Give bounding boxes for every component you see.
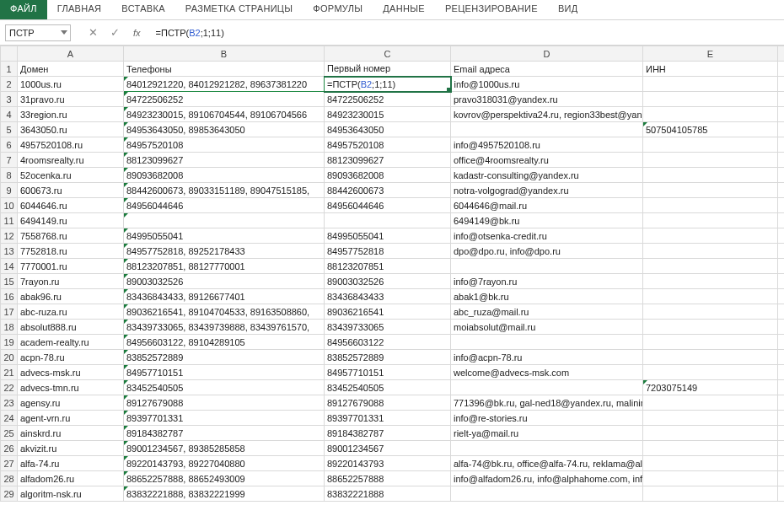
row-header[interactable]: 1 <box>1 62 18 77</box>
accept-icon[interactable]: ✓ <box>108 26 121 39</box>
spreadsheet-grid[interactable]: A B C D E 1 Домен Телефоны Первый номер … <box>0 46 784 532</box>
cell[interactable] <box>643 395 778 411</box>
row-header[interactable]: 28 <box>1 471 18 486</box>
cell-active[interactable]: 89397701331 <box>325 411 451 426</box>
tab-page-layout[interactable]: РАЗМЕТКА СТРАНИЦЫ <box>175 0 303 19</box>
cell[interactable] <box>643 289 778 304</box>
cell[interactable]: 84957710151 <box>124 365 325 380</box>
cell-active[interactable]: 83436843433 <box>325 289 451 304</box>
chevron-down-icon[interactable] <box>61 30 67 35</box>
cell[interactable]: 89001234567, 89385285858 <box>124 441 325 456</box>
cell[interactable] <box>778 92 785 107</box>
cell[interactable] <box>778 411 785 426</box>
cell[interactable] <box>778 441 785 456</box>
cell[interactable] <box>778 426 785 441</box>
cell[interactable] <box>778 213 785 228</box>
cell[interactable]: 83439733065, 83439739888, 83439761570, <box>124 320 325 335</box>
cell[interactable] <box>643 471 778 486</box>
formula-input[interactable]: =ПСТР(B2;1;11) <box>156 28 224 38</box>
cell[interactable]: 88442600673, 89033151189, 89047515185, <box>124 183 325 198</box>
cell[interactable]: 1000us.ru <box>18 77 124 92</box>
cell[interactable]: 89003032526 <box>124 274 325 289</box>
cell[interactable]: notra-volgograd@yandex.ru <box>451 183 643 198</box>
tab-formulas[interactable]: ФОРМУЛЫ <box>303 0 373 19</box>
col-C[interactable]: C <box>325 46 451 62</box>
cell[interactable]: ИНН <box>643 62 778 77</box>
row-header[interactable]: 27 <box>1 456 18 471</box>
cell[interactable]: 6494149.ru <box>18 213 124 228</box>
cell[interactable]: 89184382787 <box>124 426 325 441</box>
row-header[interactable]: 14 <box>1 259 18 274</box>
cell[interactable]: 89093682008 <box>124 168 325 183</box>
cell[interactable]: 4roomsrealty.ru <box>18 153 124 168</box>
cell-active[interactable]: 84956044646 <box>325 198 451 213</box>
fx-icon[interactable]: fx <box>133 28 141 38</box>
row-header[interactable]: 7 <box>1 153 18 168</box>
cell[interactable]: info@otsenka-credit.ru <box>451 228 643 244</box>
cell-active[interactable]: 84956603122 <box>325 335 451 350</box>
row-header[interactable]: 10 <box>1 198 18 213</box>
cell-active[interactable]: 89220143793 <box>325 456 451 471</box>
cell[interactable]: 7203075149 <box>643 380 778 395</box>
cell[interactable]: info@re-stories.ru <box>451 411 643 426</box>
cell[interactable] <box>451 380 643 395</box>
cell[interactable] <box>778 335 785 350</box>
cell[interactable]: 84957520108 <box>124 137 325 153</box>
cell[interactable]: pravo318031@yandex.ru <box>451 92 643 107</box>
cell[interactable]: 6044646@mail.ru <box>451 198 643 213</box>
row-header[interactable]: 9 <box>1 183 18 198</box>
row-header[interactable]: 6 <box>1 137 18 153</box>
cell-active[interactable]: 84722506252 <box>325 92 451 107</box>
cell[interactable]: 84995055041 <box>124 228 325 244</box>
cell-active[interactable]: 83852572889 <box>325 350 451 365</box>
row-header[interactable]: 21 <box>1 365 18 380</box>
row-header[interactable]: 24 <box>1 411 18 426</box>
cell[interactable]: agent-vrn.ru <box>18 411 124 426</box>
cell[interactable] <box>778 395 785 411</box>
cell[interactable]: abak1@bk.ru <box>451 289 643 304</box>
row-header[interactable]: 5 <box>1 122 18 137</box>
cell[interactable]: 3643050.ru <box>18 122 124 137</box>
cell[interactable]: 84956044646 <box>124 198 325 213</box>
row-header[interactable]: 3 <box>1 92 18 107</box>
row-header[interactable]: 12 <box>1 228 18 244</box>
row-header[interactable]: 13 <box>1 244 18 259</box>
cell[interactable] <box>643 456 778 471</box>
row-header[interactable]: 22 <box>1 380 18 395</box>
cell[interactable]: advecs-tmn.ru <box>18 380 124 395</box>
cell[interactable] <box>778 153 785 168</box>
select-all-corner[interactable] <box>1 46 18 62</box>
cell[interactable]: 89220143793, 89227040880 <box>124 456 325 471</box>
cell[interactable]: 600673.ru <box>18 183 124 198</box>
row-header[interactable]: 25 <box>1 426 18 441</box>
cell-active[interactable]: =ПСТР(B2;1;11) <box>325 77 451 92</box>
cell[interactable] <box>643 213 778 228</box>
row-header[interactable]: 2 <box>1 77 18 92</box>
cell[interactable] <box>643 441 778 456</box>
row-header[interactable]: 23 <box>1 395 18 411</box>
cell[interactable]: Первый номер <box>325 62 451 77</box>
cell[interactable] <box>643 304 778 320</box>
cell[interactable]: 84957752818, 89252178433 <box>124 244 325 259</box>
cell[interactable]: 83832221888, 83832221999 <box>124 486 325 502</box>
cell[interactable] <box>778 380 785 395</box>
cell[interactable]: 84953643050, 89853643050 <box>124 122 325 137</box>
row-header[interactable]: 8 <box>1 168 18 183</box>
cell-active[interactable]: 84957520108 <box>325 137 451 153</box>
cell[interactable] <box>451 335 643 350</box>
row-header[interactable]: 17 <box>1 304 18 320</box>
cell-active[interactable]: 89127679088 <box>325 395 451 411</box>
row-header[interactable]: 26 <box>1 441 18 456</box>
cell[interactable]: 89127679088 <box>124 395 325 411</box>
cell[interactable] <box>778 122 785 137</box>
cell[interactable]: info@acpn-78.ru <box>451 350 643 365</box>
cell-active[interactable]: 83452540505 <box>325 380 451 395</box>
row-header[interactable]: 18 <box>1 320 18 335</box>
cell[interactable]: abc-ruza.ru <box>18 304 124 320</box>
cell-active[interactable]: 89036216541 <box>325 304 451 320</box>
cell[interactable]: info@1000us.ru <box>451 77 643 92</box>
cell[interactable]: 83852572889 <box>124 350 325 365</box>
cell[interactable] <box>451 486 643 502</box>
cell-active[interactable]: 89093682008 <box>325 168 451 183</box>
cell[interactable]: algoritm-nsk.ru <box>18 486 124 502</box>
